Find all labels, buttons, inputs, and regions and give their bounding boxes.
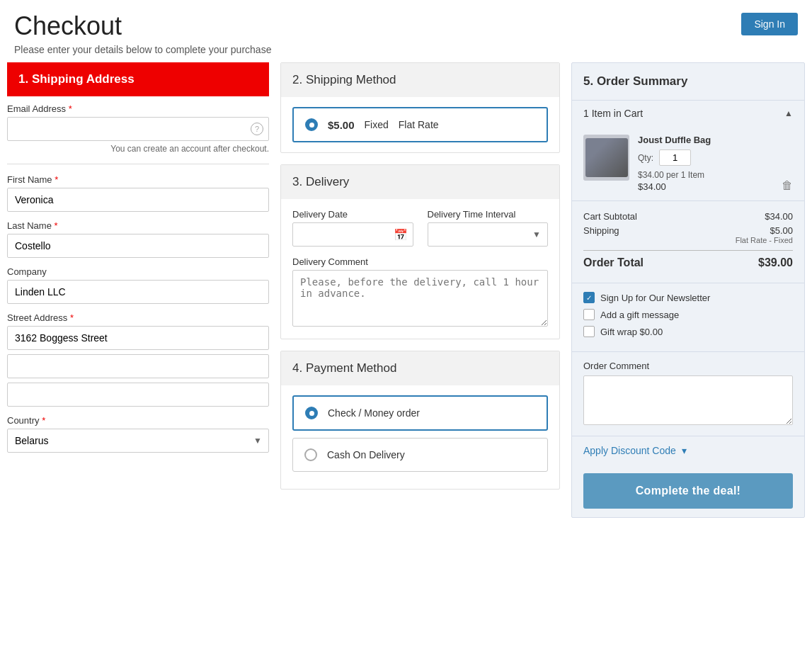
discount-label: Apply Discount Code: [583, 445, 676, 456]
product-details: Joust Duffle Bag Qty: $34.00 per 1 Item …: [638, 135, 773, 192]
gift-message-row[interactable]: Add a gift message: [583, 309, 793, 320]
country-select[interactable]: Belarus United States Canada United King…: [7, 429, 269, 453]
order-total-row: Order Total $39.00: [583, 250, 793, 269]
gift-message-checkbox[interactable]: [583, 309, 595, 320]
sign-in-button[interactable]: Sign In: [741, 13, 798, 35]
gift-wrap-row[interactable]: Gift wrap $0.00: [583, 326, 793, 337]
complete-btn-section: Complete the deal!: [572, 465, 804, 517]
order-summary-title: 5. Order Summary: [572, 63, 804, 101]
payment-method-section: 4. Payment Method Check / Money order Ca…: [280, 351, 560, 490]
shipping-name: Flat Rate: [399, 119, 439, 130]
cod-radio-unselected: [304, 448, 317, 461]
email-input[interactable]: [7, 117, 269, 141]
delivery-date-field: Delivery Date 📅: [292, 209, 413, 247]
delete-item-icon[interactable]: 🗑: [782, 179, 793, 192]
shipping-value: $5.00: [736, 225, 793, 236]
discount-row[interactable]: Apply Discount Code ▾: [583, 445, 793, 456]
cart-subtotal-value: $34.00: [765, 211, 793, 222]
cash-on-delivery-label: Cash On Delivery: [327, 449, 405, 460]
delivery-header: 3. Delivery: [281, 165, 559, 199]
cart-subtotal-row: Cart Subtotal $34.00: [583, 211, 793, 222]
shipping-price: $5.00: [328, 119, 355, 131]
main-layout: 1. Shipping Address Email Address * ? Yo…: [0, 62, 812, 539]
price-per-item: $34.00 per 1 Item: [638, 170, 773, 180]
delivery-time-select[interactable]: [428, 222, 549, 247]
company-group: Company: [7, 266, 269, 304]
qty-label: Qty:: [638, 153, 653, 163]
shipping-sub-label: Flat Rate - Fixed: [736, 236, 793, 244]
newsletter-label: Sign Up for Our Newsletter: [600, 293, 710, 303]
street2-input[interactable]: [7, 354, 269, 378]
order-summary-panel: 5. Order Summary 1 Item in Cart ▲ Joust …: [571, 62, 805, 518]
page-subtitle: Please enter your details below to compl…: [14, 44, 798, 55]
gift-wrap-checkbox[interactable]: [583, 326, 595, 337]
delivery-time-field: Delivery Time Interval ▼: [428, 209, 549, 247]
order-summary-column: 5. Order Summary 1 Item in Cart ▲ Joust …: [571, 62, 805, 518]
help-icon[interactable]: ?: [251, 123, 263, 135]
shipping-radio-selected: [305, 118, 318, 131]
page-header: Checkout Please enter your details below…: [0, 0, 812, 62]
check-radio-selected: [305, 407, 318, 419]
shipping-method-body: $5.00 Fixed Flat Rate: [281, 97, 559, 152]
email-label: Email Address *: [7, 103, 269, 114]
order-comment-label: Order Comment: [583, 361, 793, 371]
order-total-label: Order Total: [583, 256, 644, 269]
last-name-group: Last Name *: [7, 220, 269, 258]
shipping-label: Shipping: [583, 225, 619, 244]
payment-method-header: 4. Payment Method: [281, 351, 559, 385]
discount-section: Apply Discount Code ▾: [572, 436, 804, 465]
delivery-time-label: Delivery Time Interval: [428, 209, 549, 220]
checkbox-check-icon: ✓: [586, 294, 592, 302]
cart-items-label: 1 Item in Cart: [583, 108, 643, 119]
checkboxes-section: ✓ Sign Up for Our Newsletter Add a gift …: [572, 283, 804, 351]
delivery-date-label: Delivery Date: [292, 209, 413, 220]
last-name-input[interactable]: [7, 234, 269, 258]
qty-row: Qty:: [638, 149, 773, 166]
shipping-row: Shipping $5.00 Flat Rate - Fixed: [583, 225, 793, 244]
shipping-type: Fixed: [365, 119, 389, 130]
order-comment-textarea[interactable]: [583, 375, 793, 425]
company-input[interactable]: [7, 280, 269, 304]
email-group: Email Address * ? You can create an acco…: [7, 103, 269, 154]
street-group: Street Address *: [7, 312, 269, 407]
payment-option-cod[interactable]: Cash On Delivery: [292, 438, 548, 472]
last-name-label: Last Name *: [7, 220, 269, 231]
street-input[interactable]: [7, 326, 269, 350]
company-label: Company: [7, 266, 269, 277]
first-name-label: First Name *: [7, 174, 269, 185]
cart-item: Joust Duffle Bag Qty: $34.00 per 1 Item …: [572, 126, 804, 200]
complete-deal-button[interactable]: Complete the deal!: [583, 473, 793, 509]
first-name-group: First Name *: [7, 174, 269, 212]
payment-method-body: Check / Money order Cash On Delivery: [281, 385, 559, 489]
delivery-comment-textarea[interactable]: [292, 270, 548, 327]
shipping-option-flat-rate[interactable]: $5.00 Fixed Flat Rate: [292, 107, 548, 142]
delivery-date-input[interactable]: [292, 222, 413, 247]
middle-column: 2. Shipping Method $5.00 Fixed Flat Rate…: [280, 62, 560, 518]
qty-input[interactable]: [659, 149, 691, 166]
first-name-input[interactable]: [7, 188, 269, 212]
shipping-address-header: 1. Shipping Address: [7, 62, 269, 96]
delivery-comment-label: Delivery Comment: [292, 256, 548, 267]
shipping-address-column: 1. Shipping Address Email Address * ? Yo…: [7, 62, 269, 518]
delivery-date-time-row: Delivery Date 📅 Delivery Time Interval: [292, 209, 548, 247]
shipping-method-header: 2. Shipping Method: [281, 63, 559, 97]
delivery-comment-group: Delivery Comment: [292, 256, 548, 329]
payment-option-check[interactable]: Check / Money order: [292, 395, 548, 431]
cart-items-header[interactable]: 1 Item in Cart ▲: [572, 101, 804, 126]
order-total-value: $39.00: [758, 256, 793, 269]
shipping-address-form: Email Address * ? You can create an acco…: [7, 96, 269, 468]
email-note: You can create an account after checkout…: [7, 144, 269, 154]
newsletter-row[interactable]: ✓ Sign Up for Our Newsletter: [583, 292, 793, 303]
country-group: Country * Belarus United States Canada U…: [7, 415, 269, 453]
street-label: Street Address *: [7, 312, 269, 323]
discount-chevron-icon: ▾: [682, 445, 687, 456]
delivery-section: 3. Delivery Delivery Date 📅 Delivery Tim…: [280, 164, 560, 339]
street3-input[interactable]: [7, 383, 269, 407]
product-image: [583, 135, 629, 181]
product-name: Joust Duffle Bag: [638, 135, 773, 145]
shipping-method-section: 2. Shipping Method $5.00 Fixed Flat Rate: [280, 62, 560, 153]
order-comment-section: Order Comment: [572, 351, 804, 436]
newsletter-checkbox[interactable]: ✓: [583, 292, 595, 303]
check-money-order-label: Check / Money order: [328, 407, 420, 419]
cart-chevron-icon: ▲: [784, 108, 793, 118]
